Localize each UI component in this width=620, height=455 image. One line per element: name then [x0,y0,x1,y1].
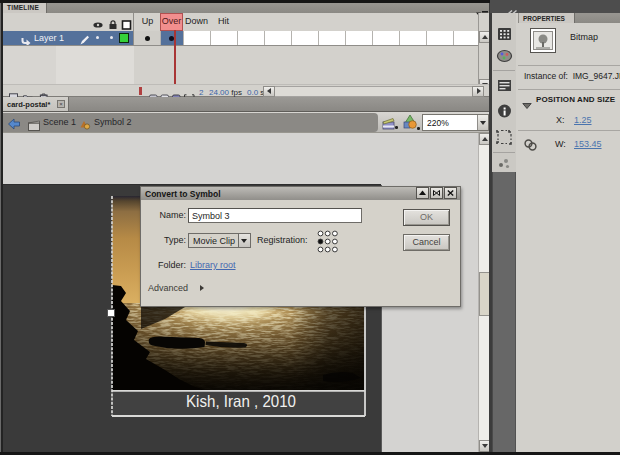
svg-text:Kish, Iran , 2010: Kish, Iran , 2010 [186,392,296,410]
